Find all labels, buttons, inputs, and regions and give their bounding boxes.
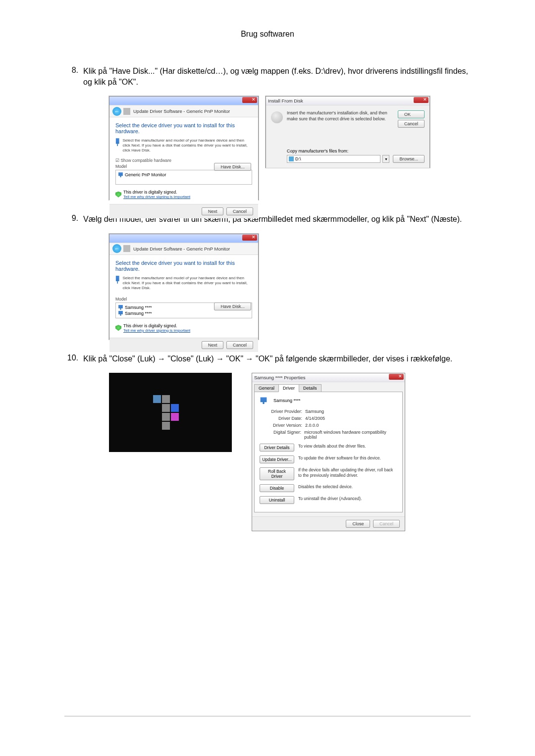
instruction-text: Select the manufacturer and model of you… (122, 138, 252, 153)
desktop-screenshot (109, 373, 232, 452)
breadcrumb-text: Update Driver Software - Generic PnP Mon… (133, 246, 230, 252)
page-title: Brug softwaren (64, 30, 471, 39)
version-label: Driver Version: (270, 423, 305, 428)
update-driver-button[interactable]: Update Driver... (260, 455, 294, 463)
back-icon[interactable]: ← (112, 244, 121, 253)
tab-general[interactable]: General (254, 384, 279, 392)
disable-desc: Disables the selected device. (298, 484, 397, 492)
step-number-10: 10. (64, 353, 83, 364)
disk-icon (271, 111, 283, 123)
back-icon[interactable]: ← (112, 107, 121, 116)
footer-divider (64, 716, 471, 716)
list-item[interactable]: Samsung **** (118, 310, 250, 316)
browse-button[interactable]: Browse... (393, 155, 425, 163)
driver-properties-dialog: Samsung **** Properties ✕ General Driver… (252, 373, 405, 531)
driver-details-desc: To view details about the driver files. (298, 444, 397, 452)
ok-button[interactable]: OK (398, 110, 425, 118)
driver-signed-text: This driver is digitally signed. (123, 190, 190, 195)
chevron-down-icon[interactable]: ▼ (382, 155, 389, 163)
signer-value: microsoft windows hardware compatibility… (304, 430, 397, 440)
next-button[interactable]: Next (202, 341, 224, 349)
checkbox-icon[interactable]: ☑ (115, 158, 119, 163)
next-button[interactable]: Next (202, 207, 224, 215)
dialog-title: Install From Disk (268, 98, 303, 103)
update-driver-dialog: ✕ ← Update Driver Software - Generic PnP… (109, 96, 259, 200)
forward-icon (123, 245, 130, 252)
cancel-button[interactable]: Cancel (226, 341, 253, 349)
monitor-icon (115, 276, 119, 284)
date-label: Driver Date: (270, 416, 305, 421)
monitor-icon (118, 311, 123, 316)
dialog-heading: Select the device driver you want to ins… (115, 122, 252, 134)
cancel-button[interactable]: Cancel (398, 120, 425, 128)
monitor-icon (118, 305, 123, 310)
close-button[interactable]: Close (346, 520, 370, 528)
window-title-blank (111, 98, 113, 103)
install-instruction: Insert the manufacturer's installation d… (287, 110, 393, 126)
shield-icon (115, 192, 121, 198)
model-listbox[interactable]: Generic PnP Monitor (115, 170, 252, 185)
have-disk-button[interactable]: Have Disk... (214, 163, 251, 171)
step-text-8: Klik på "Have Disk..." (Har diskette/cd…… (83, 66, 471, 87)
show-compatible-label: Show compatible hardware (120, 158, 171, 163)
signing-link[interactable]: Tell me why driver signing is important (123, 328, 190, 333)
rollback-driver-desc: If the device fails after updating the d… (298, 467, 397, 480)
signing-link[interactable]: Tell me why driver signing is important (123, 195, 190, 199)
rollback-driver-button[interactable]: Roll Back Driver (260, 467, 294, 480)
tab-details[interactable]: Details (299, 384, 321, 392)
forward-icon (123, 108, 130, 115)
pixel-blocks-graphic (153, 395, 188, 430)
model-label: Model (115, 297, 252, 302)
drive-icon (289, 156, 294, 161)
update-driver-dialog-2: ✕ ← Update Driver Software - Generic PnP… (109, 234, 259, 340)
model-item-label: Generic PnP Monitor (125, 172, 166, 177)
close-icon[interactable]: ✕ (414, 97, 428, 103)
uninstall-button[interactable]: Uninstall (260, 496, 294, 504)
path-value: D:\ (295, 156, 301, 161)
instruction-text: Select the manufacturer and model of you… (122, 276, 252, 291)
close-icon[interactable]: ✕ (242, 235, 257, 241)
monitor-icon (118, 172, 123, 177)
step-text-10: Klik på "Close" (Luk) → "Close" (Luk) → … (83, 353, 452, 364)
monitor-icon (260, 397, 268, 404)
provider-value: Samsung (305, 409, 324, 414)
date-value: 4/14/2005 (305, 416, 325, 421)
cancel-button[interactable]: Cancel (226, 207, 253, 215)
signer-label: Digital Signer: (270, 430, 304, 440)
shield-icon (115, 325, 121, 331)
model-item-label: Samsung **** (125, 311, 152, 316)
install-from-disk-dialog: Install From Disk ✕ Insert the manufactu… (266, 96, 430, 168)
copy-from-label: Copy manufacturer's files from: (287, 149, 425, 153)
step-number-9: 9. (64, 214, 83, 225)
device-name: Samsung **** (273, 398, 301, 403)
list-item[interactable]: Generic PnP Monitor (118, 172, 250, 178)
path-input[interactable]: D:\ (287, 155, 380, 163)
breadcrumb-text: Update Driver Software - Generic PnP Mon… (133, 108, 230, 114)
version-value: 2.0.0.0 (305, 423, 319, 428)
uninstall-desc: To uninstall the driver (Advanced). (298, 496, 397, 504)
update-driver-desc: To update the driver software for this d… (298, 455, 397, 463)
monitor-icon (115, 138, 119, 146)
dialog-heading: Select the device driver you want to ins… (115, 260, 252, 272)
disable-button[interactable]: Disable (260, 484, 294, 492)
have-disk-button[interactable]: Have Disk... (214, 302, 251, 310)
provider-label: Driver Provider: (270, 409, 305, 414)
cancel-button: Cancel (373, 520, 400, 528)
close-icon[interactable]: ✕ (389, 374, 404, 380)
model-item-label: Samsung **** (125, 305, 152, 310)
dialog-title: Samsung **** Properties (254, 375, 306, 380)
driver-signed-text: This driver is digitally signed. (123, 323, 190, 328)
driver-details-button[interactable]: Driver Details (260, 444, 294, 452)
tab-driver[interactable]: Driver (278, 384, 299, 392)
step-number-8: 8. (64, 66, 83, 87)
close-icon[interactable]: ✕ (242, 97, 257, 103)
window-title-blank (111, 236, 113, 241)
